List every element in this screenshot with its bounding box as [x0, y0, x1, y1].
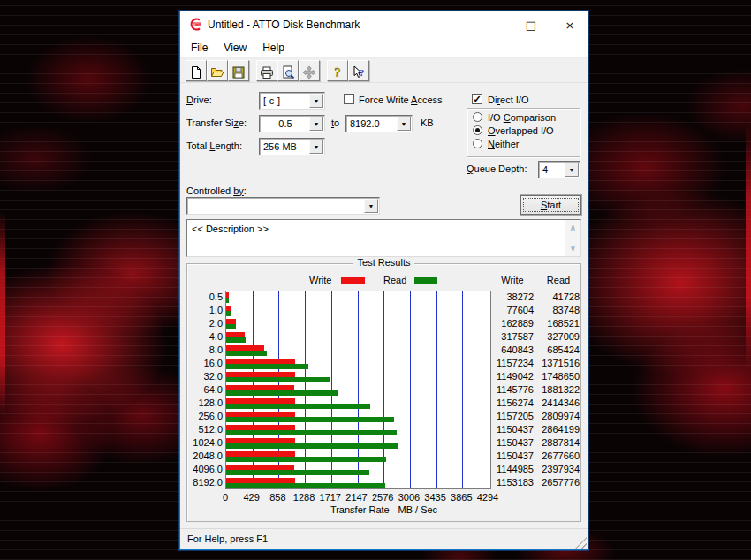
queue-depth-select[interactable]: 4 ▼ — [538, 161, 580, 178]
legend-read-label: Read — [383, 275, 406, 285]
write-value: 1157234 — [488, 357, 534, 370]
chevron-down-icon[interactable]: ▼ — [397, 117, 411, 131]
description-scrollbar[interactable]: ∧ ∨ — [565, 220, 580, 256]
radio-label[interactable]: I/O Comparison — [488, 112, 556, 123]
result-row: 11504372864199 — [488, 423, 580, 436]
y-axis-label: 8192.0 — [187, 476, 223, 489]
start-button[interactable]: Start — [520, 195, 581, 215]
x-tick-label: 4294 — [477, 492, 498, 503]
write-value: 162889 — [488, 317, 534, 330]
read-bar — [226, 443, 398, 449]
radio-label[interactable]: Neither — [488, 139, 519, 149]
menu-view[interactable]: View — [216, 38, 254, 58]
force-write-access-label[interactable]: Force Write Access — [359, 95, 443, 105]
read-value: 41728 — [537, 291, 580, 304]
chevron-down-icon[interactable]: ▼ — [565, 163, 579, 177]
result-row: 11531832657776 — [488, 476, 580, 489]
read-value: 1748650 — [537, 370, 580, 383]
y-axis-label: 0.5 — [187, 291, 223, 304]
chevron-down-icon[interactable]: ▼ — [309, 117, 323, 131]
y-axis-label: 4096.0 — [187, 463, 223, 476]
minimize-button[interactable]: — — [472, 11, 491, 38]
menu-help[interactable]: Help — [254, 38, 292, 58]
printer-icon — [260, 65, 274, 79]
radio-label[interactable]: Overlapped I/O — [488, 125, 554, 136]
y-axis-label: 1.0 — [187, 304, 223, 317]
move-arrows-icon — [302, 65, 316, 79]
radio-neither[interactable] — [473, 139, 482, 148]
direct-io-checkbox[interactable]: ✓ — [472, 94, 482, 104]
context-help-icon: ? — [352, 65, 366, 79]
write-value: 1157205 — [488, 410, 534, 423]
write-value: 640843 — [488, 344, 534, 357]
read-value: 327009 — [537, 330, 580, 344]
description-box[interactable]: << Description >> ∧ ∨ — [186, 219, 581, 257]
y-axis-label: 1024.0 — [187, 436, 223, 450]
y-axis-label: 4.0 — [187, 330, 223, 344]
x-tick-label: 1288 — [293, 492, 315, 503]
result-row: 162889168521 — [488, 317, 580, 330]
y-axis-label: 128.0 — [187, 397, 223, 410]
drive-select[interactable]: [-c-] ▼ — [259, 92, 325, 110]
new-file-button[interactable] — [186, 60, 207, 81]
background-red-strip-left — [0, 212, 5, 415]
chevron-down-icon[interactable]: ▼ — [309, 94, 323, 108]
x-tick-label: 429 — [243, 492, 259, 503]
open-file-button[interactable] — [207, 60, 228, 81]
write-value: 1150437 — [488, 436, 534, 450]
close-button[interactable]: × — [560, 11, 580, 38]
read-bar — [226, 324, 236, 329]
radio-overlapped-i-o[interactable] — [473, 125, 482, 135]
drive-label: Drive: — [186, 95, 212, 105]
read-value: 2677660 — [537, 450, 580, 463]
read-value: 2414346 — [537, 397, 580, 410]
y-axis-label: 2.0 — [187, 317, 223, 330]
scroll-down-icon[interactable]: ∨ — [565, 241, 580, 255]
read-bar — [226, 430, 397, 435]
read-value: 2887814 — [537, 436, 580, 450]
read-bar — [226, 457, 386, 462]
write-value: 1149042 — [488, 370, 534, 383]
transfer-size-from-select[interactable]: 0.5 ▼ — [259, 115, 325, 132]
result-row: 11562742414346 — [488, 397, 580, 410]
help-button[interactable]: ? — [327, 60, 348, 81]
results-value-table: 3827241728776048374816288916852131758732… — [488, 291, 580, 489]
write-value: 1144985 — [488, 463, 534, 476]
read-bar — [226, 404, 370, 409]
read-bar — [226, 337, 246, 343]
y-axis-label: 16.0 — [187, 357, 223, 370]
resize-grip[interactable] — [575, 537, 587, 549]
result-row: 11572052809974 — [488, 410, 580, 423]
read-value: 685424 — [537, 344, 580, 357]
maximize-button[interactable]: □ — [521, 11, 541, 38]
chevron-down-icon[interactable]: ▼ — [309, 140, 323, 154]
chart-y-axis-labels: 0.51.02.04.08.016.032.064.0128.0256.0512… — [187, 291, 223, 489]
move-button[interactable] — [299, 60, 320, 81]
transfer-size-to-select[interactable]: 8192.0 ▼ — [345, 115, 413, 132]
direct-io-label[interactable]: Direct I/O — [488, 95, 528, 105]
context-help-button[interactable]: ? — [348, 60, 369, 81]
print-button[interactable] — [256, 60, 277, 81]
read-value: 2864199 — [537, 423, 580, 436]
total-length-select[interactable]: 256 MB ▼ — [259, 138, 325, 155]
transfer-size-label: Transfer Size: — [186, 117, 247, 128]
toolbar: ? ? — [180, 59, 588, 83]
read-bar — [226, 364, 308, 369]
kb-label: KB — [421, 117, 434, 128]
print-preview-button[interactable] — [277, 60, 299, 81]
read-bar — [226, 377, 330, 382]
scroll-up-icon[interactable]: ∧ — [565, 221, 580, 235]
chart-plot-area — [225, 291, 491, 489]
result-row: 7760483748 — [488, 304, 580, 317]
controlled-by-select[interactable]: ▼ — [186, 197, 380, 215]
titlebar: ATTO Untitled - ATTO Disk Benchmark — □ … — [180, 11, 588, 38]
radio-i-o-comparison[interactable] — [473, 112, 482, 122]
y-axis-label: 8.0 — [187, 344, 223, 357]
force-write-access-checkbox[interactable] — [344, 94, 354, 104]
y-axis-label: 512.0 — [187, 423, 223, 436]
read-value: 1371516 — [537, 357, 580, 370]
chevron-down-icon[interactable]: ▼ — [364, 199, 378, 213]
menu-file[interactable]: File — [183, 38, 216, 58]
save-file-button[interactable] — [228, 60, 249, 81]
x-tick-label: 2147 — [345, 492, 367, 503]
